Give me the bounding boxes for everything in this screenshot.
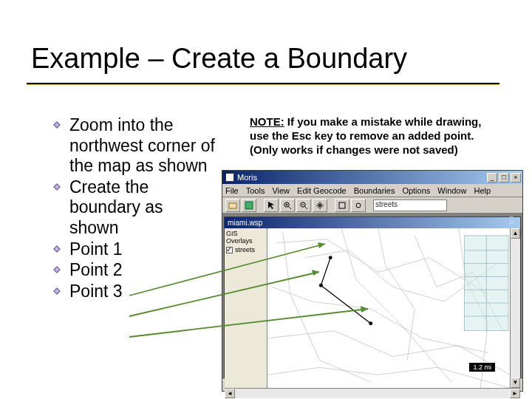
layer-select[interactable]: streets	[373, 200, 447, 211]
maximize-button[interactable]: □	[499, 173, 509, 183]
diamond-bullet-icon	[53, 266, 61, 273]
diamond-bullet-icon	[53, 245, 61, 253]
slide: Example – Create a Boundary Zoom into th…	[0, 0, 532, 399]
scrollbar-horizontal[interactable]: ◄ ►	[225, 388, 520, 398]
layer-legend: GIS Overlays streets	[225, 228, 267, 388]
legend-item-streets[interactable]: streets	[226, 246, 265, 253]
doc-maximize-button[interactable]: □	[510, 219, 519, 227]
tool-zoom-out-icon[interactable]	[296, 199, 311, 212]
toolbar: streets	[222, 197, 522, 214]
svg-line-18	[305, 206, 308, 209]
scroll-left-icon[interactable]: ◄	[225, 389, 235, 398]
bullet-text: Zoom into the northwest corner of the ma…	[69, 115, 215, 175]
title-underline	[27, 83, 499, 85]
app-icon	[225, 173, 234, 182]
bullet-item-point1: Point 1	[53, 239, 216, 260]
svg-point-21	[356, 203, 361, 208]
tool-pan-icon[interactable]	[313, 199, 327, 212]
bullet-text: Create the boundary as shown	[69, 177, 163, 237]
note-label: NOTE:	[250, 115, 284, 128]
note-text: NOTE: If you make a mistake while drawin…	[250, 115, 501, 157]
bullet-list: Zoom into the northwest corner of the ma…	[53, 115, 216, 302]
note-body-2: (Only works if changes were not saved)	[250, 143, 458, 156]
tool-open-icon[interactable]	[225, 199, 240, 212]
doc-minimize-button[interactable]: _	[510, 211, 519, 219]
tool-save-icon[interactable]	[242, 199, 256, 212]
note-body-1: If you make a mistake while drawing, use…	[250, 115, 481, 142]
diamond-bullet-icon	[53, 183, 61, 191]
svg-rect-20	[339, 202, 345, 208]
scroll-down-icon[interactable]: ▼	[511, 378, 520, 388]
menu-edit-geocode[interactable]: Edit Geocode	[297, 186, 347, 195]
doc-titlebar[interactable]: miami.wsp _ □ ×	[225, 217, 520, 228]
tool-misc-icon[interactable]	[335, 199, 349, 212]
boundary-drawing	[319, 256, 372, 325]
menu-file[interactable]: File	[225, 186, 239, 195]
menu-help[interactable]: Help	[474, 186, 491, 195]
scale-badge: 1.2 mi	[469, 363, 495, 372]
map-canvas[interactable]: 1.2 mi	[267, 228, 510, 388]
menu-window[interactable]: Window	[437, 186, 466, 195]
bullet-text: Point 1	[69, 239, 123, 259]
menubar: File Tools View Edit Geocode Boundaries …	[222, 184, 522, 197]
legend-header: GIS Overlays	[226, 230, 265, 245]
slide-title: Example – Create a Boundary	[31, 43, 407, 75]
svg-rect-11	[245, 202, 253, 209]
svg-rect-10	[229, 203, 236, 208]
bullet-item-point3: Point 3	[53, 282, 216, 302]
bullet-text: Point 2	[69, 260, 123, 279]
mdi-client: miami.wsp _ □ × GIS Overlays streets	[222, 214, 522, 379]
tool-zoom-in-icon[interactable]	[280, 199, 295, 212]
tool-misc2-icon[interactable]	[351, 199, 366, 212]
scroll-up-icon[interactable]: ▲	[511, 228, 520, 239]
bullet-item-zoom: Zoom into the northwest corner of the ma…	[53, 115, 216, 177]
app-window: Moris _ □ × File Tools View Edit Geocode…	[222, 170, 523, 392]
checkbox-icon[interactable]	[226, 247, 233, 253]
close-button[interactable]: ×	[511, 173, 521, 183]
doc-title: miami.wsp	[228, 219, 262, 227]
menu-view[interactable]: View	[272, 186, 290, 195]
legend-label: streets	[235, 246, 255, 253]
menu-options[interactable]: Options	[402, 186, 430, 195]
tool-pointer-icon[interactable]	[264, 199, 279, 212]
menu-tools[interactable]: Tools	[246, 186, 265, 195]
bullet-item-point2: Point 2	[53, 260, 216, 281]
document-window: miami.wsp _ □ × GIS Overlays streets	[224, 216, 521, 378]
minimize-button[interactable]: _	[487, 173, 497, 183]
bullet-text: Point 3	[69, 282, 123, 301]
scrollbar-vertical[interactable]: ▲ ▼	[510, 228, 520, 388]
titlebar[interactable]: Moris _ □ ×	[222, 171, 522, 184]
svg-marker-12	[268, 202, 274, 209]
window-title: Moris	[237, 173, 257, 182]
diamond-bullet-icon	[53, 121, 61, 129]
menu-boundaries[interactable]: Boundaries	[354, 186, 395, 195]
svg-line-14	[289, 206, 292, 209]
scroll-right-icon[interactable]: ►	[510, 389, 520, 398]
bullet-item-create: Create the boundary as shown	[53, 177, 216, 239]
diamond-bullet-icon	[53, 287, 61, 295]
